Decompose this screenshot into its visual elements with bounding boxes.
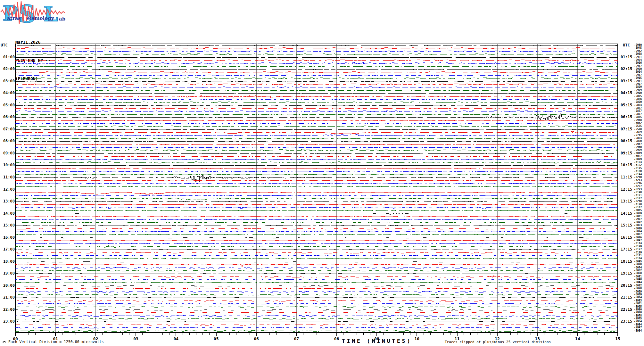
trace-mean-value: -6058 (634, 272, 642, 275)
trace-mean-value: -6042 (634, 122, 642, 125)
trace-row (15, 78, 618, 78)
right-hour-label: 04:15 (621, 91, 632, 95)
trace-row (15, 264, 618, 266)
left-hour-label: 01:00 (1, 55, 15, 59)
x-tick-label: 05 (210, 336, 223, 341)
left-hour-label: 07:00 (1, 127, 15, 131)
trace-row (15, 243, 618, 244)
trace-row (15, 171, 618, 172)
trace-row (15, 222, 618, 223)
trace-mean-value: -5907 (634, 83, 642, 86)
trace-mean-value: -5895 (634, 95, 642, 98)
left-hour-label: 02:00 (1, 67, 15, 71)
trace-row (15, 240, 618, 241)
trace-mean-value: -6124 (634, 161, 642, 164)
left-hour-label: 20:00 (1, 284, 15, 287)
right-hour-label: 05:15 (621, 103, 632, 107)
right-hour-label: 21:15 (621, 295, 632, 299)
trace-row (15, 123, 618, 124)
trace-row (15, 60, 618, 61)
trace-row (15, 180, 618, 181)
trace-row (15, 303, 618, 304)
left-hour-label: 15:00 (1, 223, 15, 227)
trace-mean-value: -6001 (634, 302, 642, 305)
x-tick-label: 07 (290, 336, 303, 341)
trace-mean-value: -5986 (634, 309, 642, 311)
trace-row (15, 201, 618, 202)
left-hour-label: 22:00 (1, 308, 15, 311)
trace-row (15, 276, 618, 277)
trace-mean-value: -5890 (634, 140, 642, 143)
trace-mean-value: -6001 (634, 215, 642, 218)
left-hour-label: 06:00 (1, 115, 15, 119)
trace-mean-value: -6191 (634, 194, 642, 197)
left-hour-label: 14:00 (1, 211, 15, 215)
trace-mean-value: -6037 (634, 155, 642, 158)
trace-row (15, 186, 618, 187)
trace-mean-value: -6087 (634, 233, 642, 236)
trace-mean-value: -6095 (634, 260, 642, 263)
trace-row (15, 279, 618, 280)
trace-row (15, 147, 618, 148)
right-hour-label: 13:15 (621, 199, 632, 203)
trace-row (15, 159, 618, 160)
trace-row (15, 306, 618, 307)
left-hour-label: 08:00 (1, 139, 15, 143)
trace-mean-value: -5894 (634, 104, 642, 107)
trace-row (15, 144, 618, 145)
trace-mean-value: -6107 (634, 206, 642, 209)
trace-row (15, 297, 618, 298)
trace-row (15, 291, 618, 292)
trace-mean-value: -5824 (634, 137, 642, 140)
trace-mean-value: -5954 (634, 324, 642, 326)
x-tick-label: 10 (410, 336, 423, 341)
left-hour-label: 19:00 (1, 271, 15, 275)
left-hour-label: 03:00 (1, 79, 15, 83)
trace-row (15, 153, 618, 154)
x-tick-label: 14 (571, 336, 584, 341)
trace-row (15, 210, 618, 211)
left-hour-label: 21:00 (1, 295, 15, 299)
trace-mean-value: -6129 (634, 251, 642, 254)
trace-mean-value: -6194 (634, 173, 642, 176)
trace-mean-value: -6048 (634, 278, 642, 281)
trace-mean-value: -6004 (634, 296, 642, 299)
trace-row (15, 216, 618, 217)
trace-row (15, 213, 618, 215)
trace-row (15, 255, 618, 256)
left-hour-label: 13:00 (1, 199, 15, 203)
right-hour-label: 03:15 (621, 79, 632, 83)
trace-mean-value: -5911 (634, 80, 642, 83)
trace-mean-value: -6065 (634, 209, 642, 212)
right-hour-label: 17:15 (621, 247, 632, 251)
trace-mean-value: -5918 (634, 119, 642, 122)
right-hour-label: 02:15 (621, 67, 632, 71)
trace-row (15, 168, 618, 169)
trace-mean-value: -6019 (634, 291, 642, 293)
trace-mean-value: -5975 (634, 317, 642, 320)
trace-mean-value: -5508 (634, 128, 642, 131)
left-hour-label: 04:00 (1, 91, 15, 95)
trace-row (15, 175, 618, 182)
x-axis-title: TIME (MINUTES) (342, 338, 412, 344)
left-hour-label: 23:00 (1, 319, 15, 323)
trace-row (15, 131, 618, 134)
trace-mean-value: -5900 (634, 92, 642, 95)
trace-mean-value: -5917 (634, 143, 642, 146)
scale-note-text: Each Vertical Division = 1250.00 microvo… (8, 340, 104, 344)
trace-mean-value: -5715 (634, 134, 642, 137)
trace-row (15, 114, 618, 115)
left-hour-label: 09:00 (1, 151, 15, 155)
trace-mean-value: -6132 (634, 164, 642, 167)
trace-row (15, 318, 618, 319)
trace-mean-value: -6213 (634, 179, 642, 182)
left-hour-label: 11:00 (1, 175, 15, 179)
trace-row (15, 174, 618, 175)
trace-row (15, 141, 618, 142)
right-hour-label: 06:15 (621, 115, 632, 119)
trace-mean-value: -6019 (634, 152, 642, 155)
trace-row (15, 54, 618, 54)
trace-row (15, 111, 618, 111)
trace-row (15, 309, 618, 310)
left-hour-label: 18:00 (1, 260, 15, 263)
